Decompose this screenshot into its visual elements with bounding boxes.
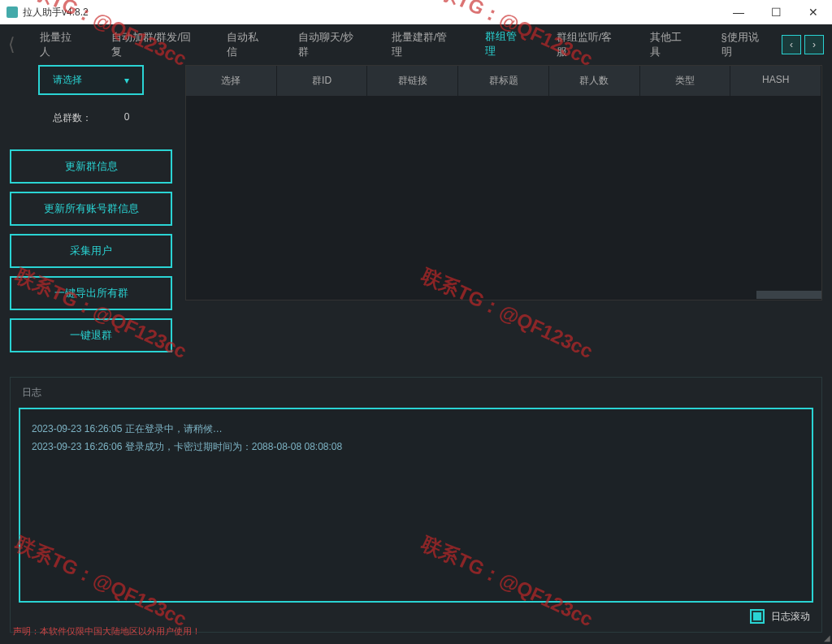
content-area: ⟨ 批量拉人 自动加群/群发/回复 自动私信 自动聊天/炒群 批量建群/管理 群… <box>0 24 832 644</box>
tab-auto-dm[interactable]: 自动私信 <box>217 24 275 66</box>
log-scroll-checkbox[interactable] <box>750 609 765 624</box>
chevron-down-icon: ▾ <box>124 75 129 86</box>
update-all-accounts-button[interactable]: 更新所有账号群信息 <box>10 192 172 226</box>
th-select[interactable]: 选择 <box>186 66 277 96</box>
table-header-row: 选择 群ID 群链接 群标题 群人数 类型 HASH <box>186 66 821 96</box>
scrollbar-thumb[interactable] <box>756 291 821 299</box>
update-group-info-button[interactable]: 更新群信息 <box>10 149 172 184</box>
tab-bar: ⟨ 批量拉人 自动加群/群发/回复 自动私信 自动聊天/炒群 批量建群/管理 群… <box>0 24 832 65</box>
tab-group-manage[interactable]: 群组管理 <box>475 23 534 67</box>
account-select[interactable]: 请选择 ▾ <box>38 65 144 95</box>
app-window: 拉人助手v4.8.2 — ☐ ✕ ⟨ 批量拉人 自动加群/群发/回复 自动私信 … <box>0 0 832 644</box>
log-footer: 日志滚动 <box>19 603 813 624</box>
tab-bulk-create[interactable]: 批量建群/管理 <box>382 24 462 66</box>
th-hash[interactable]: HASH <box>730 66 821 96</box>
tab-bulk-invite[interactable]: 批量拉人 <box>30 24 89 66</box>
th-group-id[interactable]: 群ID <box>277 66 368 96</box>
tab-other-tools[interactable]: 其他工具 <box>640 24 699 66</box>
main-area: 请选择 ▾ 总群数： 0 更新群信息 更新所有账号群信息 采集用户 一键导出所有… <box>0 65 832 352</box>
log-line: 2023-09-23 16:26:06 登录成功，卡密过期时间为：2088-08… <box>32 439 800 456</box>
tab-ornament: ⟨ <box>8 34 15 55</box>
log-section: 日志 2023-09-23 16:26:05 正在登录中，请稍候… 2023-0… <box>10 377 822 633</box>
tab-auto-join[interactable]: 自动加群/群发/回复 <box>102 24 204 66</box>
window-title: 拉人助手v4.8.2 <box>23 6 89 19</box>
tab-auto-chat[interactable]: 自动聊天/炒群 <box>288 24 369 66</box>
collect-users-button[interactable]: 采集用户 <box>10 234 172 268</box>
app-icon <box>6 6 18 18</box>
log-title: 日志 <box>19 386 813 400</box>
sidebar: 请选择 ▾ 总群数： 0 更新群信息 更新所有账号群信息 采集用户 一键导出所有… <box>10 65 172 352</box>
leave-groups-button[interactable]: 一键退群 <box>10 318 172 352</box>
log-scroll-label: 日志滚动 <box>771 610 810 624</box>
log-line: 2023-09-23 16:26:05 正在登录中，请稍候… <box>32 421 800 439</box>
group-table: 选择 群ID 群链接 群标题 群人数 类型 HASH <box>185 65 822 300</box>
maximize-button[interactable]: ☐ <box>757 0 795 24</box>
group-count-row: 总群数： 0 <box>10 111 172 125</box>
checkmark-icon <box>753 612 761 620</box>
table-h-scrollbar[interactable] <box>186 290 821 300</box>
titlebar: 拉人助手v4.8.2 — ☐ ✕ <box>0 0 832 24</box>
th-group-link[interactable]: 群链接 <box>367 66 458 96</box>
tab-next-button[interactable]: › <box>804 35 824 54</box>
export-all-groups-button[interactable]: 一键导出所有群 <box>10 276 172 310</box>
count-label: 总群数： <box>53 111 92 125</box>
close-button[interactable]: ✕ <box>795 0 832 24</box>
th-member-count[interactable]: 群人数 <box>549 66 640 96</box>
minimize-button[interactable]: — <box>720 0 757 24</box>
log-output: 2023-09-23 16:26:05 正在登录中，请稍候… 2023-09-2… <box>19 408 813 603</box>
tab-usage[interactable]: §使用说明 <box>712 24 775 66</box>
tab-prev-button[interactable]: ‹ <box>782 35 801 54</box>
th-group-title[interactable]: 群标题 <box>458 66 549 96</box>
disclaimer-text: 声明：本软件仅限中国大陆地区以外用户使用！ <box>13 625 201 638</box>
window-controls: — ☐ ✕ <box>720 0 832 24</box>
select-label: 请选择 <box>53 73 82 87</box>
resize-grip-icon[interactable]: ◢ <box>824 633 830 642</box>
tab-nav-arrows: ‹ › <box>782 35 824 54</box>
tab-group-monitor[interactable]: 群组监听/客服 <box>547 24 627 66</box>
count-value: 0 <box>124 111 130 125</box>
th-type[interactable]: 类型 <box>640 66 731 96</box>
